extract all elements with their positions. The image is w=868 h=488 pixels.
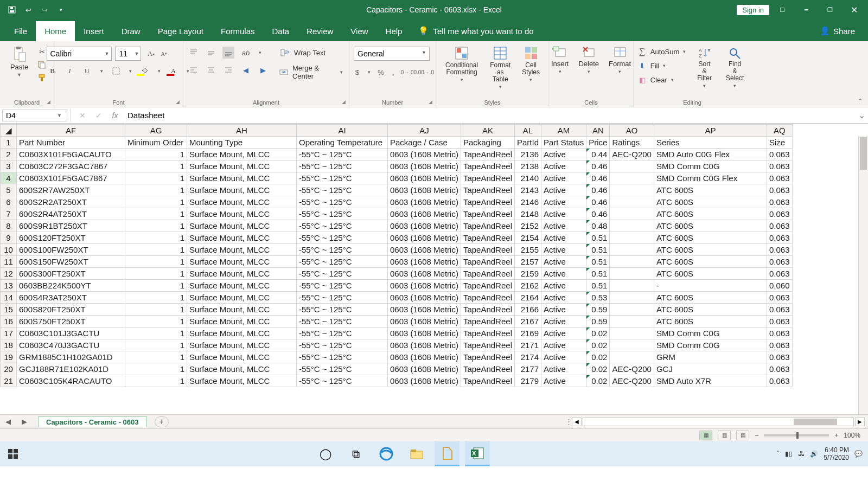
cell[interactable]: GCJ [654,363,767,375]
cell[interactable]: 0.59 [586,304,610,316]
cell[interactable]: 1 [125,220,187,232]
cell[interactable]: 0603 (1608 Metric) [388,375,461,387]
fx-icon[interactable]: fx [107,111,123,120]
cell[interactable]: Active [541,220,586,232]
tray-network-icon[interactable]: 🖧 [798,450,805,458]
cell[interactable]: 0.063 [767,220,792,232]
percent-format-icon[interactable]: % [378,66,385,78]
cell[interactable]: 0.063 [767,184,792,196]
cell[interactable]: 0603 (1608 Metric) [388,363,461,375]
page-break-view-icon[interactable]: ▤ [736,431,749,440]
cell[interactable] [610,232,654,244]
cell[interactable]: -55°C ~ 125°C [297,268,388,280]
cell[interactable] [610,172,654,184]
task-cortana-icon[interactable]: ◯ [313,441,338,466]
cell[interactable]: ATC 600S [654,292,767,304]
cell[interactable]: 1 [125,375,187,387]
cell[interactable]: 600S150FW250XT [17,256,125,268]
cell[interactable]: ATC 600S [654,196,767,208]
cell[interactable]: C0603X101F5GACAUTO [17,149,125,160]
qat-more-icon[interactable]: ▾ [54,3,67,16]
row-header[interactable]: 19 [1,351,17,363]
column-header[interactable]: AO [610,125,654,137]
cell[interactable]: Packaging [461,137,514,149]
insert-cells-button[interactable]: Insert▾ [547,44,573,75]
chevron-down-icon[interactable]: ▾ [366,69,372,75]
cell[interactable]: 1 [125,351,187,363]
cell[interactable]: 2152 [514,220,541,232]
cell[interactable]: 0.46 [586,196,610,208]
normal-view-icon[interactable]: ▦ [699,431,712,440]
hscroll-right-icon[interactable]: ▶ [855,418,865,426]
cell[interactable]: 2177 [514,363,541,375]
undo-icon[interactable]: ↩ [22,3,35,16]
cell[interactable]: 600S120FT250XT [17,232,125,244]
cell[interactable]: Surface Mount, MLCC [187,316,297,328]
row-header[interactable]: 17 [1,328,17,339]
alignment-launcher-icon[interactable]: ◢ [342,99,346,105]
conditional-formatting-button[interactable]: Conditional Formatting▾ [441,44,483,91]
cell[interactable]: -55°C ~ 125°C [297,351,388,363]
cell[interactable]: 1 [125,292,187,304]
add-sheet-icon[interactable]: ＋ [155,416,169,427]
cell[interactable]: 600S2R4AT250XT [17,208,125,220]
cell[interactable]: Active [541,160,586,172]
cell[interactable]: 0.063 [767,304,792,316]
tab-draw[interactable]: Draw [113,21,149,41]
chevron-down-icon[interactable]: ▾ [586,69,592,74]
cell[interactable]: 0.063 [767,196,792,208]
cell[interactable]: Price [586,137,610,149]
cell[interactable]: 1 [125,208,187,220]
bold-icon[interactable]: B [47,65,59,77]
chevron-down-icon[interactable]: ▾ [497,84,503,89]
cell[interactable]: TapeAndReel [461,149,514,160]
cell[interactable]: 2162 [514,280,541,292]
cell[interactable]: 0.063 [767,160,792,172]
cell[interactable]: -55°C ~ 125°C [297,304,388,316]
accounting-format-icon[interactable]: $ [354,66,361,78]
column-header[interactable]: AK [461,125,514,137]
cell[interactable]: Surface Mount, MLCC [187,160,297,172]
tab-file[interactable]: File [5,21,36,41]
cell[interactable]: TapeAndReel [461,172,514,184]
align-top-icon[interactable] [188,47,200,59]
italic-icon[interactable]: I [64,65,76,77]
cell[interactable]: Surface Mount, MLCC [187,184,297,196]
select-all[interactable]: ◢ [1,125,17,137]
cell[interactable]: Part Number [17,137,125,149]
delete-cells-button[interactable]: Delete▾ [574,44,603,75]
cell[interactable]: TapeAndReel [461,256,514,268]
font-launcher-icon[interactable]: ◢ [176,99,180,105]
chevron-down-icon[interactable]: ▾ [669,77,675,82]
tray-battery-icon[interactable]: ▮▯ [785,450,793,458]
cell[interactable]: 0.063 [767,351,792,363]
column-header[interactable]: AH [187,125,297,137]
cell[interactable]: -55°C ~ 125°C [297,375,388,387]
cell[interactable]: PartId [514,137,541,149]
cell[interactable]: 0.51 [586,256,610,268]
tab-data[interactable]: Data [263,21,298,41]
cell[interactable]: SMD Auto C0G Flex [654,149,767,160]
cell[interactable]: 2179 [514,375,541,387]
cell[interactable]: 0.063 [767,339,792,351]
wrap-text-button[interactable]: Wrap Text [279,47,344,59]
chevron-down-icon[interactable]: ▾ [127,68,133,74]
cell[interactable]: -55°C ~ 125°C [297,292,388,304]
cell[interactable]: Series [654,137,767,149]
page-layout-view-icon[interactable]: ▥ [718,431,731,440]
cell[interactable]: 0.063 [767,244,792,256]
cell[interactable]: 0.02 [586,363,610,375]
cell[interactable]: TapeAndReel [461,328,514,339]
cell[interactable]: 0.51 [586,244,610,256]
cell[interactable]: Surface Mount, MLCC [187,256,297,268]
cell[interactable]: TapeAndReel [461,316,514,328]
tab-review[interactable]: Review [298,21,342,41]
cell[interactable]: C0603C105K4RACAUTO [17,375,125,387]
row-header[interactable]: 16 [1,316,17,328]
row-header[interactable]: 14 [1,292,17,304]
cell[interactable]: 0.063 [767,363,792,375]
cell[interactable]: 2157 [514,256,541,268]
cell[interactable]: 0.02 [586,375,610,387]
cell[interactable]: AEC-Q200 [610,363,654,375]
find-select-button[interactable]: Find & Select▾ [722,46,748,89]
